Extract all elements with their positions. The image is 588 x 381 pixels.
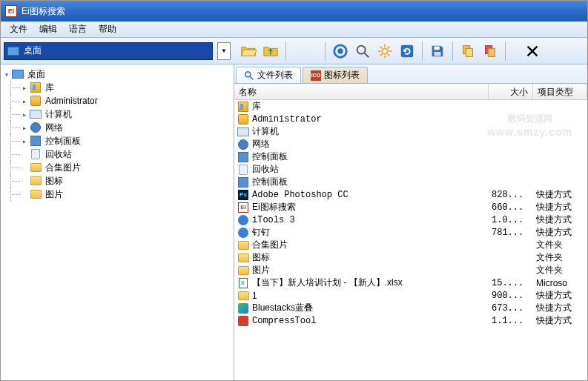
close-button[interactable] xyxy=(521,41,544,62)
tree-item-label: 控制面板 xyxy=(44,135,82,148)
refresh-button[interactable] xyxy=(397,41,417,62)
list-row[interactable]: 1900...快捷方式 xyxy=(234,289,587,302)
list-row[interactable]: EIEi图标搜索660...快捷方式 xyxy=(234,201,587,213)
file-name: 回收站 xyxy=(252,163,279,176)
menubar: 文件 编辑 语言 帮助 xyxy=(1,21,587,38)
file-name: 图片 xyxy=(252,264,270,276)
close-icon xyxy=(524,43,541,59)
svg-rect-13 xyxy=(401,44,414,57)
file-type: 快捷方式 xyxy=(533,302,587,314)
tree-item[interactable]: 图片 xyxy=(2,188,232,201)
svg-line-23 xyxy=(250,76,253,79)
bs-icon xyxy=(237,302,249,314)
tree-item-label: 库 xyxy=(44,82,56,94)
cpanel-icon xyxy=(237,176,249,188)
up-folder-button[interactable] xyxy=(260,41,281,62)
lib-icon xyxy=(30,82,41,93)
tree-item[interactable]: ▸库 xyxy=(2,81,232,94)
tree-item[interactable]: ▸控制面板 xyxy=(2,134,232,148)
list-row[interactable]: 网络 xyxy=(234,138,587,150)
folder-icon xyxy=(238,291,249,300)
list-row[interactable]: 图片文件夹 xyxy=(234,264,587,276)
menu-file[interactable]: 文件 xyxy=(4,21,33,37)
folder-icon xyxy=(30,163,42,172)
copy-button[interactable] xyxy=(457,41,478,62)
list-row[interactable]: CompressTool1.1...快捷方式 xyxy=(234,314,587,327)
tab-file-list-label: 文件列表 xyxy=(257,69,293,82)
tree-item[interactable]: ▸Administrator xyxy=(2,94,232,107)
expand-icon[interactable]: ▸ xyxy=(20,124,29,132)
tab-icon-list[interactable]: ICO 图标列表 xyxy=(303,67,368,83)
list-row[interactable]: Administrator xyxy=(234,113,587,125)
path-dropdown-button[interactable]: ▼ xyxy=(217,42,231,60)
tree-item-label: 网络 xyxy=(44,122,65,134)
recycle-icon xyxy=(30,148,42,160)
paste-icon xyxy=(482,43,498,59)
file-size: 15.... xyxy=(489,278,533,288)
file-name: 计算机 xyxy=(252,125,279,138)
folder-open-icon xyxy=(240,43,257,59)
expand-icon[interactable]: ▸ xyxy=(20,110,29,119)
expand-icon[interactable]: ▸ xyxy=(20,97,29,105)
save-button[interactable] xyxy=(427,41,448,62)
list-row[interactable]: 钉钉781...快捷方式 xyxy=(234,226,587,239)
floppy-icon xyxy=(429,43,446,59)
user-icon xyxy=(30,95,42,107)
search-button[interactable] xyxy=(352,41,373,62)
settings-button[interactable] xyxy=(374,41,395,62)
collapse-icon[interactable]: ▾ xyxy=(2,70,11,79)
file-name: 控制面板 xyxy=(252,150,288,163)
list-row[interactable]: 控制面板 xyxy=(234,176,587,188)
menu-edit[interactable]: 编辑 xyxy=(33,21,63,37)
comp-icon xyxy=(237,315,249,327)
expand-icon[interactable]: ▸ xyxy=(20,137,29,145)
menu-help[interactable]: 帮助 xyxy=(93,21,122,37)
list-row[interactable]: 回收站 xyxy=(234,163,587,176)
list-row[interactable]: 【当下】新人培训计划 - 【新人】.xlsx15....Microso xyxy=(234,276,587,289)
tree-item[interactable]: ▸网络 xyxy=(2,121,232,134)
svg-rect-19 xyxy=(488,48,495,56)
list-row[interactable]: 合集图片文件夹 xyxy=(234,239,587,251)
tree-item[interactable]: 合集图片 xyxy=(2,161,232,174)
folder-icon xyxy=(238,241,249,250)
list-row[interactable]: iTools 31.0...快捷方式 xyxy=(234,213,587,226)
folder-icon xyxy=(30,176,42,185)
tree-item[interactable]: 回收站 xyxy=(2,148,232,161)
tab-file-list[interactable]: 文件列表 xyxy=(236,67,301,83)
paste-button[interactable] xyxy=(480,41,501,62)
path-combo[interactable]: 桌面 xyxy=(4,42,213,60)
network-icon xyxy=(30,122,41,133)
file-name: Bluestacks蓝叠 xyxy=(252,302,313,314)
list-row[interactable]: 计算机 xyxy=(234,125,587,138)
tree-item[interactable]: 图标 xyxy=(2,174,232,188)
right-panel: 文件列表 ICO 图标列表 名称 大小 项目类型 数码资源网 www.smzy.… xyxy=(234,64,587,380)
list-row[interactable]: 图标文件夹 xyxy=(234,251,587,264)
tree-item-label: 回收站 xyxy=(44,148,73,161)
column-name[interactable]: 名称 xyxy=(234,84,489,99)
cpanel-icon xyxy=(238,152,248,162)
file-size: 781... xyxy=(489,228,533,238)
list-row[interactable]: 控制面板 xyxy=(234,150,587,163)
stop-button[interactable] xyxy=(330,41,351,62)
menu-language[interactable]: 语言 xyxy=(63,21,93,37)
file-type: Microso xyxy=(533,278,587,288)
list-row[interactable]: 库 xyxy=(234,100,587,113)
svg-rect-15 xyxy=(434,51,440,56)
list-row[interactable]: Bluestacks蓝叠673...快捷方式 xyxy=(234,302,587,314)
expand-icon[interactable]: ▸ xyxy=(20,84,29,92)
tree-panel[interactable]: ▾ 桌面 ▸库▸Administrator▸计算机▸网络▸控制面板回收站合集图片… xyxy=(1,64,234,380)
copy-icon xyxy=(460,43,476,59)
file-type: 快捷方式 xyxy=(533,314,587,327)
tree-root[interactable]: ▾ 桌面 xyxy=(2,67,232,81)
column-size[interactable]: 大小 xyxy=(489,84,533,99)
open-folder-button[interactable] xyxy=(238,41,259,62)
list-row[interactable]: PsAdobe Photoshop CC828...快捷方式 xyxy=(234,188,587,201)
folder-icon xyxy=(237,265,249,276)
file-type: 文件夹 xyxy=(533,251,587,264)
file-type: 快捷方式 xyxy=(533,188,587,201)
tree-item[interactable]: ▸计算机 xyxy=(2,107,232,121)
computer-icon xyxy=(30,110,42,119)
list-body[interactable]: 数码资源网 www.smzy.com 库Administrator计算机网络控制… xyxy=(234,100,587,380)
file-type: 快捷方式 xyxy=(533,201,587,213)
column-type[interactable]: 项目类型 xyxy=(533,84,587,99)
